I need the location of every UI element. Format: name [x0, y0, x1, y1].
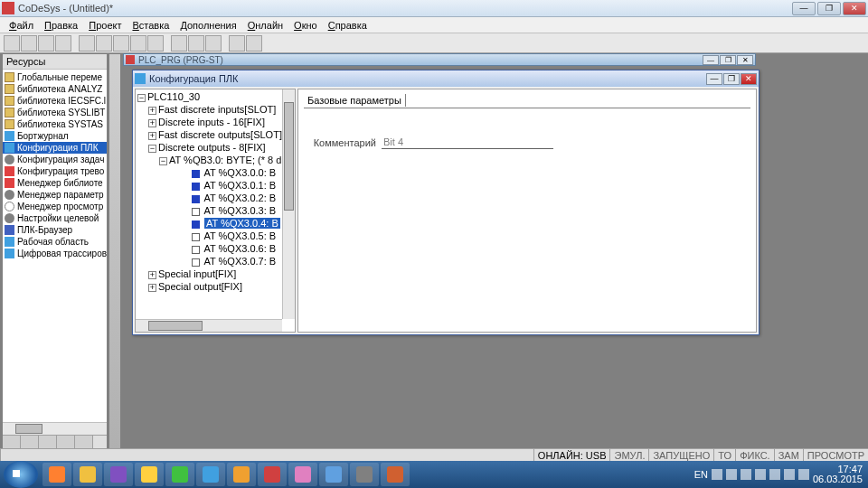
tree-item[interactable]: библиотека SYSLIBT	[3, 107, 107, 118]
taskbar-app[interactable]	[381, 463, 410, 486]
tree-item[interactable]: Конфигурация трево	[3, 165, 107, 177]
window-titlebar[interactable]: Конфигурация ПЛК —❐✕	[133, 70, 759, 87]
config-tree-pane[interactable]: −PLC110_30+Fast discrete inputs[SLOT]+Di…	[135, 89, 296, 333]
tray-icon[interactable]	[784, 469, 795, 480]
tray-icon[interactable]	[712, 469, 722, 480]
tray-clock[interactable]: 17:4706.03.2015	[813, 465, 863, 484]
tray-lang[interactable]: EN	[694, 469, 708, 480]
taskbar-app[interactable]	[288, 463, 317, 486]
toolbar-button[interactable]	[96, 35, 112, 52]
tree-item[interactable]: библиотека ANALYZ	[3, 83, 107, 95]
tree-item[interactable]: библиотека SYSTAS	[3, 118, 107, 130]
tree-item[interactable]: Менеджер просмотр	[3, 201, 107, 212]
tree-node[interactable]: −AT %QB3.0: BYTE; (* 8 di	[137, 155, 293, 167]
toolbar-button[interactable]	[113, 35, 129, 52]
tree-node[interactable]: AT %QX3.0.4: B	[137, 218, 293, 230]
plc-prg-window[interactable]: PLC_PRG (PRG-ST) —❐✕	[123, 53, 756, 66]
max-button[interactable]: ❐	[720, 55, 736, 65]
toolbar-button[interactable]	[246, 35, 262, 52]
minimize-button[interactable]: —	[792, 2, 816, 15]
min-button[interactable]: —	[703, 55, 719, 65]
tree-item[interactable]: Глобальные переме	[3, 71, 107, 83]
max-button[interactable]: ❐	[723, 73, 740, 85]
plc-config-window: Конфигурация ПЛК —❐✕ −PLC110_30+Fast dis…	[132, 70, 760, 335]
tree-node[interactable]: AT %QX3.0.7: B	[137, 256, 293, 268]
toolbar-button[interactable]	[21, 35, 37, 52]
taskbar-app[interactable]	[227, 463, 256, 486]
tray-icon[interactable]	[798, 469, 809, 480]
maximize-button[interactable]: ❐	[817, 2, 841, 15]
toolbar-button[interactable]	[79, 35, 95, 52]
scrollbar-vertical[interactable]	[282, 89, 295, 319]
taskbar-app[interactable]	[104, 463, 133, 486]
tree-item[interactable]: Конфигурация ПЛК	[3, 142, 107, 154]
menu-item[interactable]: Проект	[83, 20, 127, 31]
scrollbar-horizontal[interactable]	[3, 422, 107, 435]
statusbar: ОНЛАЙН: USB ЭМУЛ. ЗАПУЩЕНО ТО ФИКС. ЗАМ …	[0, 448, 868, 461]
taskbar-app[interactable]	[258, 463, 287, 486]
status-item: ЗАПУЩЕНО	[648, 449, 713, 461]
taskbar-app[interactable]	[42, 463, 71, 486]
toolbar-button[interactable]	[4, 35, 20, 52]
tree-item[interactable]: Менеджер библиоте	[3, 177, 107, 189]
toolbar-button[interactable]	[188, 35, 204, 52]
menu-item[interactable]: Вставка	[127, 20, 175, 31]
taskbar-app[interactable]	[73, 463, 102, 486]
taskbar-app[interactable]	[196, 463, 225, 486]
close-button[interactable]: ✕	[843, 2, 866, 15]
min-button[interactable]: —	[706, 73, 722, 85]
tree-node[interactable]: +Special input[FIX]	[137, 268, 293, 281]
comment-field[interactable]: Bit 4	[382, 136, 553, 149]
tree-item[interactable]: библиотека IECSFC.l	[3, 95, 107, 107]
window-icon	[126, 55, 135, 64]
tray-icon[interactable]	[741, 469, 751, 480]
tray-icon[interactable]	[769, 469, 780, 480]
tree-node[interactable]: AT %QX3.0.1: B	[137, 180, 293, 192]
tree-node[interactable]: −PLC110_30	[137, 91, 293, 104]
tree-node[interactable]: AT %QX3.0.0: B	[137, 167, 293, 180]
menu-item[interactable]: Окно	[288, 20, 323, 31]
toolbar-button[interactable]	[38, 35, 54, 52]
menu-item[interactable]: Файл	[4, 20, 39, 31]
resources-tree[interactable]: Глобальные перемебиблиотека ANALYZбиблио…	[3, 70, 107, 422]
tree-node[interactable]: −Discrete outputs - 8[FIX]	[137, 142, 293, 155]
menu-item[interactable]: Справка	[323, 20, 373, 31]
start-button[interactable]	[4, 461, 38, 488]
tray-icon[interactable]	[726, 469, 737, 480]
tree-node[interactable]: AT %QX3.0.3: B	[137, 205, 293, 218]
toolbar-button[interactable]	[147, 35, 164, 52]
toolbar	[0, 33, 868, 53]
taskbar-app[interactable]	[135, 463, 164, 486]
toolbar-button[interactable]	[55, 35, 71, 52]
close-button[interactable]: ✕	[741, 73, 757, 85]
close-button[interactable]: ✕	[737, 55, 753, 65]
toolbar-button[interactable]	[229, 35, 245, 52]
menu-item[interactable]: Правка	[39, 20, 83, 31]
toolbar-button[interactable]	[130, 35, 146, 52]
properties-tab[interactable]: Базовые параметры	[304, 95, 750, 108]
tree-node[interactable]: +Fast discrete outputs[SLOT]	[137, 129, 293, 142]
menu-item[interactable]: Дополнения	[175, 20, 241, 31]
taskbar-app[interactable]	[319, 463, 348, 486]
tree-item[interactable]: Цифровая трассиров	[3, 248, 107, 259]
tree-item[interactable]: Рабочая область	[3, 236, 107, 248]
tree-node[interactable]: +Discrete inputs - 16[FIX]	[137, 117, 293, 129]
tree-item[interactable]: Конфигурация задач	[3, 154, 107, 165]
tree-item[interactable]: Настройки целевой	[3, 212, 107, 224]
tree-node[interactable]: AT %QX3.0.6: B	[137, 243, 293, 256]
toolbar-button[interactable]	[205, 35, 222, 52]
tree-item[interactable]: Менеджер параметр	[3, 189, 107, 201]
tree-node[interactable]: AT %QX3.0.5: B	[137, 230, 293, 243]
taskbar-app[interactable]	[165, 463, 194, 486]
tree-node[interactable]: AT %QX3.0.2: B	[137, 192, 293, 205]
system-tray[interactable]: EN 17:4706.03.2015	[689, 465, 868, 484]
tree-node[interactable]: +Fast discrete inputs[SLOT]	[137, 104, 293, 117]
taskbar-app[interactable]	[350, 463, 379, 486]
tree-node[interactable]: +Special output[FIX]	[137, 281, 293, 294]
menu-item[interactable]: Онлайн	[242, 20, 288, 31]
toolbar-button[interactable]	[171, 35, 187, 52]
scrollbar-horizontal[interactable]	[136, 319, 282, 332]
tree-item[interactable]: ПЛК-Браузер	[3, 224, 107, 236]
tree-item[interactable]: Бортжурнал	[3, 130, 107, 142]
tray-icon[interactable]	[755, 469, 766, 480]
